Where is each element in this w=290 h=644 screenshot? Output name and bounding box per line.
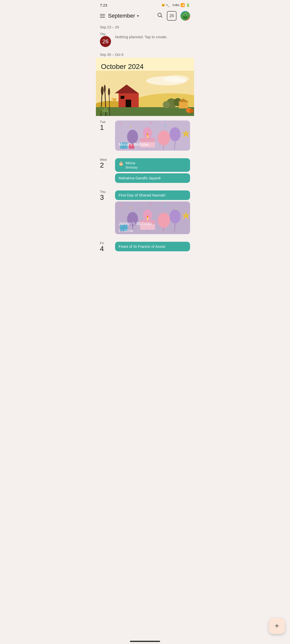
header-right: 26: [157, 11, 190, 21]
day-row-wed2: Wed 2 🎂 Mona Birthday Mahatma Gandhi Jay…: [96, 154, 194, 186]
feast-label: Feast of St Francis of Assisi: [119, 244, 165, 249]
svg-rect-29: [179, 102, 188, 108]
today-date-button[interactable]: 26: [167, 11, 176, 21]
search-button[interactable]: [157, 12, 163, 20]
day-events-thu26: Nothing planned. Tap to create.: [115, 32, 190, 39]
day-name-thu26: Thu: [100, 32, 105, 36]
svg-point-26: [104, 85, 106, 93]
mona-birthday-event[interactable]: 🎂 Mona Birthday: [115, 158, 190, 172]
day-row-thu26: Thu 26 Nothing planned. Tap to create.: [96, 30, 194, 50]
day-number-thu3[interactable]: 3: [100, 194, 104, 202]
day-number-thu26[interactable]: 26: [100, 36, 111, 47]
svg-point-32: [190, 109, 194, 113]
svg-point-69: [170, 210, 181, 224]
svg-point-78: [147, 216, 148, 218]
day-label-wed2: Wed 2: [100, 157, 115, 169]
dropdown-arrow-icon: [137, 15, 139, 17]
month-label: September: [108, 13, 135, 19]
svg-point-28: [108, 88, 110, 96]
svg-rect-15: [96, 107, 194, 116]
network-icon: 🐱 >_: [161, 3, 169, 7]
header-left: September: [100, 13, 139, 19]
svg-point-54: [147, 133, 148, 135]
svg-rect-19: [121, 96, 124, 99]
day-label-thu3: Thu 3: [100, 189, 115, 202]
banner-illustration: [96, 71, 194, 116]
day-name-wed2: Wed: [100, 158, 107, 162]
janney-birthday-name: Janney's birthday: [119, 221, 152, 226]
gandhi-jayanti-label: Mahatma Gandhi Jayanti: [119, 176, 161, 180]
october-banner: October 2024: [96, 58, 194, 116]
main-scroll: Sep 23 – 29 Thu 26 Nothing planned. Tap …: [96, 23, 194, 276]
day-name-thu3: Thu: [100, 190, 105, 194]
status-bar: 7:23 🐱 >_ 0 kB/s 📶 🔋: [96, 0, 194, 9]
status-time: 7:23: [100, 3, 107, 7]
status-icons: 🐱 >_ 0 kB/s 📶 🔋: [161, 3, 190, 7]
day-name-tue1: Tue: [100, 120, 105, 124]
data-speed: 0 kB/s: [172, 4, 179, 7]
day-row-fri4: Fri 4 Feast of St Francis of Assisi: [96, 237, 194, 256]
svg-point-4: [184, 13, 187, 16]
day-row-thu3: Thu 3 First Day of Sharad Navratri: [96, 186, 194, 237]
svg-point-41: [127, 130, 138, 144]
nothing-planned[interactable]: Nothing planned. Tap to create.: [115, 33, 190, 39]
day-name-fri4: Fri: [100, 241, 104, 245]
week-range-2: Sep 30 – Oct 6: [96, 50, 194, 58]
day-row-tue1: Tue 1: [96, 116, 194, 154]
signal-icon: 📶: [180, 3, 185, 7]
day-number-fri4[interactable]: 4: [100, 245, 104, 253]
day-number-wed2[interactable]: 2: [100, 162, 104, 169]
day-events-fri4: Feast of St Francis of Assisi: [115, 241, 190, 251]
day-label-tue1: Tue 1: [100, 119, 115, 132]
svg-point-12: [164, 75, 189, 82]
monas-birthday-label: Mona's Birthday: [119, 142, 149, 147]
menu-button[interactable]: [100, 14, 105, 18]
svg-point-24: [101, 86, 103, 95]
profile-avatar[interactable]: [180, 11, 190, 21]
birthday-cake-icon: 🎂: [119, 161, 124, 166]
svg-rect-18: [126, 100, 131, 107]
october-title: October 2024: [96, 58, 194, 71]
janney-birthday-event[interactable]: Janney's birthday 1 – 12 AM: [115, 202, 190, 234]
app-header: September 26: [96, 9, 194, 23]
svg-point-5: [185, 14, 185, 15]
mona-event-title: Mona: [126, 161, 138, 165]
day-events-tue1: Mona's Birthday: [115, 119, 190, 151]
day-events-thu3: First Day of Sharad Navratri: [115, 189, 190, 234]
mona-event-sublabel: Birthday: [126, 166, 138, 169]
day-label-thu26: Thu 26: [100, 32, 115, 47]
navratri-label: First Day of Sharad Navratri: [119, 193, 165, 197]
svg-rect-51: [140, 138, 155, 141]
home-indicator: [130, 641, 160, 642]
navratri-event[interactable]: First Day of Sharad Navratri: [115, 190, 190, 200]
day-number-tue1[interactable]: 1: [100, 124, 104, 132]
feast-event[interactable]: Feast of St Francis of Assisi: [115, 242, 190, 251]
svg-point-72: [158, 213, 170, 228]
janney-birthday-time: 1 – 12 AM: [119, 229, 133, 233]
monas-birthday-event[interactable]: Mona's Birthday: [115, 120, 190, 151]
svg-point-22: [163, 101, 170, 108]
svg-point-6: [186, 14, 186, 15]
svg-line-1: [161, 16, 162, 18]
month-selector[interactable]: September: [108, 13, 139, 19]
day-events-wed2: 🎂 Mona Birthday Mahatma Gandhi Jayanti: [115, 157, 190, 183]
svg-point-48: [158, 131, 170, 146]
week-range-1: Sep 23 – 29: [96, 23, 194, 30]
battery-icon: 🔋: [186, 3, 190, 7]
gandhi-jayanti-event[interactable]: Mahatma Gandhi Jayanti: [115, 173, 190, 183]
svg-point-45: [170, 127, 181, 141]
day-label-fri4: Fri 4: [100, 241, 115, 253]
